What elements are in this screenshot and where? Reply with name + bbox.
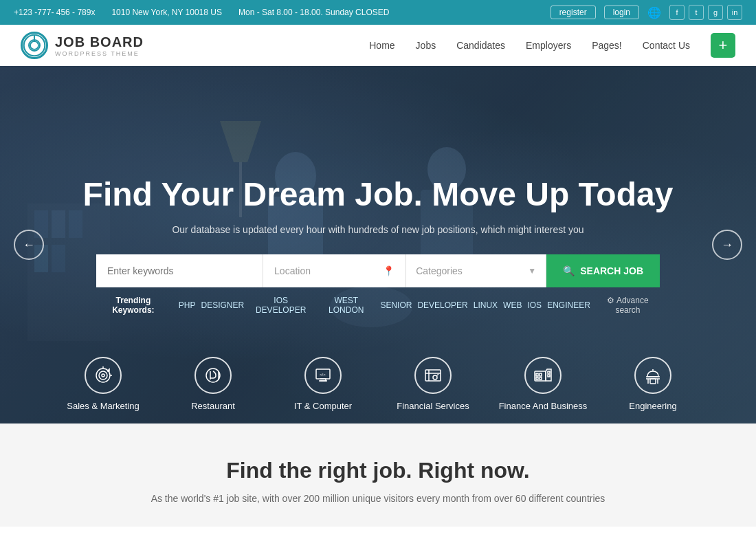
chevron-down-icon: ▼ xyxy=(528,266,536,276)
category-placeholder: Categories xyxy=(416,265,463,276)
trending-ios-developer[interactable]: IOS DEVELOPER xyxy=(249,296,312,315)
hero-content: Find Your Dream Job. Move Up Today Our d… xyxy=(0,175,756,315)
search-button-label: SEARCH JOB xyxy=(580,265,643,276)
logo-title: JOB BOARD xyxy=(55,34,144,50)
googleplus-icon[interactable]: g xyxy=(708,5,723,20)
svg-rect-34 xyxy=(540,373,542,376)
search-keywords-input[interactable] xyxy=(96,254,263,287)
svg-rect-37 xyxy=(548,371,550,373)
svg-rect-38 xyxy=(548,375,550,377)
lower-section: Find the right job. Right now. As the wo… xyxy=(0,424,756,527)
login-button[interactable]: login xyxy=(604,6,639,19)
search-bar: Location 📍 Categories ▼ 🔍 SEARCH JOB xyxy=(96,254,660,287)
trending-senior[interactable]: SENIOR xyxy=(380,300,412,310)
search-location-input[interactable]: Location 📍 xyxy=(263,254,406,287)
trending-keywords: Trending Keywords: PHP DESIGNER IOS DEVE… xyxy=(96,296,660,315)
trending-developer[interactable]: DEVELOPER xyxy=(417,300,467,310)
category-label-it: IT & Computer xyxy=(294,401,352,412)
svg-rect-41 xyxy=(650,379,656,384)
search-magnifier-icon: 🔍 xyxy=(563,265,575,276)
nav-contact[interactable]: Contact Us xyxy=(643,40,690,51)
svg-point-18 xyxy=(99,371,107,380)
nav-employers[interactable]: Employers xyxy=(526,40,571,51)
computer-icon: </> xyxy=(304,357,342,394)
trending-linux[interactable]: LINUX xyxy=(474,300,498,310)
lower-title-bold: right job. Right now. xyxy=(318,458,530,483)
advance-search-link[interactable]: ⚙ Advance search xyxy=(596,296,660,315)
hero-section: Find Your Dream Job. Move Up Today Our d… xyxy=(0,66,756,424)
computer-svg: </> xyxy=(313,366,333,385)
category-engineering[interactable]: Engineering xyxy=(598,343,708,424)
lower-subtitle: As the world's #1 job site, with over 20… xyxy=(21,493,735,504)
hero-title: Find Your Dream Job. Move Up Today xyxy=(55,175,701,214)
trending-designer[interactable]: DESIGNER xyxy=(201,300,244,310)
logo-icon xyxy=(21,32,48,59)
lower-title: Find the right job. Right now. xyxy=(21,458,735,483)
svg-rect-33 xyxy=(536,373,538,376)
trending-web[interactable]: WEB xyxy=(503,300,522,310)
top-bar: +123 -777- 456 - 789x 1010 New York, NY … xyxy=(0,0,756,25)
svg-rect-35 xyxy=(536,377,538,380)
category-finance-business[interactable]: Finance And Business xyxy=(488,343,598,424)
logo-svg xyxy=(23,32,46,59)
hours: Mon - Sat 8.00 - 18.00. Sunday CLOSED xyxy=(238,8,389,17)
address: 1010 New York, NY 10018 US xyxy=(111,8,222,17)
trending-php[interactable]: PHP xyxy=(179,300,196,310)
search-job-button[interactable]: 🔍 SEARCH JOB xyxy=(546,254,660,287)
phone: +123 -777- 456 - 789x xyxy=(14,8,95,17)
facebook-icon[interactable]: f xyxy=(669,5,685,20)
linkedin-icon[interactable]: in xyxy=(727,5,742,20)
categories-bar: Sales & Marketing Restaurant </> xyxy=(0,343,756,424)
arrow-left-icon: ← xyxy=(23,238,35,252)
financial-icon xyxy=(414,357,452,394)
nav-home[interactable]: Home xyxy=(369,40,394,51)
arrow-right-icon: → xyxy=(721,238,733,252)
twitter-icon[interactable]: t xyxy=(689,5,704,20)
category-financial-services[interactable]: Financial Services xyxy=(378,343,488,424)
header: JOB BOARD WORDPRESS THEME Home Jobs Cand… xyxy=(0,25,756,66)
search-category-select[interactable]: Categories ▼ xyxy=(406,254,546,287)
engineering-svg xyxy=(643,366,663,385)
svg-line-31 xyxy=(437,374,438,375)
location-placeholder: Location xyxy=(274,265,311,276)
target-svg xyxy=(93,366,113,385)
category-sales-marketing[interactable]: Sales & Marketing xyxy=(48,343,158,424)
finance-biz-svg xyxy=(533,366,553,385)
trending-west-london[interactable]: WEST LONDON xyxy=(318,296,375,315)
nav-candidates[interactable]: Candidates xyxy=(456,40,505,51)
svg-rect-27 xyxy=(425,370,441,381)
svg-text:</>: </> xyxy=(320,373,326,377)
lower-title-start: Find the xyxy=(226,458,318,483)
main-nav: Home Jobs Candidates Employers Pages! Co… xyxy=(369,33,735,58)
trending-engineer[interactable]: ENGINEER xyxy=(547,300,590,310)
category-it-computer[interactable]: </> IT & Computer xyxy=(268,343,378,424)
nav-jobs[interactable]: Jobs xyxy=(416,40,436,51)
restaurant-svg xyxy=(203,366,223,385)
hero-prev-button[interactable]: ← xyxy=(14,230,44,260)
logo[interactable]: JOB BOARD WORDPRESS THEME xyxy=(21,32,144,59)
nav-plus-button[interactable]: + xyxy=(711,33,735,58)
category-label-sales: Sales & Marketing xyxy=(67,401,140,412)
logo-sub: WORDPRESS THEME xyxy=(55,50,144,57)
trending-ios[interactable]: IOS xyxy=(527,300,542,310)
svg-point-19 xyxy=(102,374,104,377)
restaurant-icon xyxy=(194,357,232,394)
svg-point-22 xyxy=(206,368,220,382)
hero-subtitle: Our database is updated every hour with … xyxy=(55,224,701,235)
location-pin-icon: 📍 xyxy=(383,265,394,276)
svg-rect-36 xyxy=(540,377,542,380)
svg-point-0 xyxy=(24,35,45,56)
top-bar-left: +123 -777- 456 - 789x 1010 New York, NY … xyxy=(14,8,389,17)
globe-icon[interactable]: 🌐 xyxy=(647,6,661,19)
category-restaurant[interactable]: Restaurant xyxy=(158,343,268,424)
register-button[interactable]: register xyxy=(551,6,596,19)
hero-next-button[interactable]: → xyxy=(712,230,742,260)
logo-text: JOB BOARD WORDPRESS THEME xyxy=(55,34,144,57)
category-label-finance-biz: Finance And Business xyxy=(499,401,588,412)
target-icon xyxy=(85,357,122,394)
financial-svg xyxy=(423,366,443,385)
nav-pages[interactable]: Pages! xyxy=(592,40,622,51)
trending-label: Trending Keywords: xyxy=(96,296,170,315)
category-label-restaurant: Restaurant xyxy=(191,401,235,412)
svg-point-30 xyxy=(433,375,437,380)
